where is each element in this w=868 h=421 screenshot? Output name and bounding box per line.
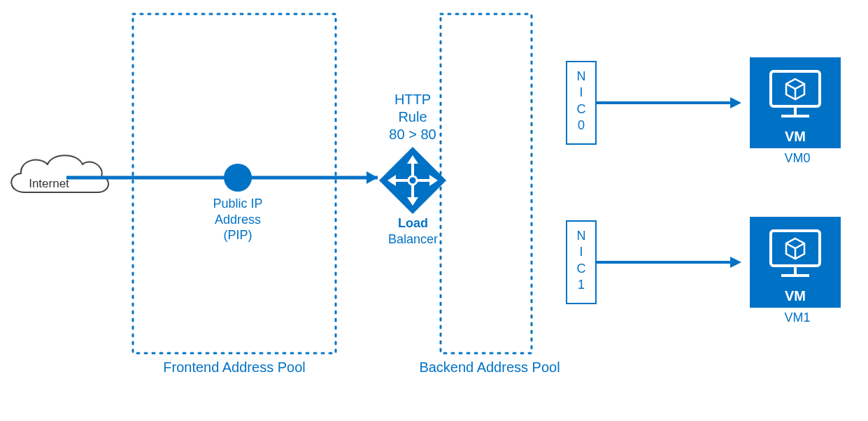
http-rule-line3: 80 > 80 <box>389 127 436 142</box>
lb-line2: Balancer <box>388 232 438 246</box>
public-ip-line1: Public IP <box>213 197 262 210</box>
public-ip-icon <box>224 164 252 192</box>
vm0-label: VM0 <box>776 151 818 166</box>
backend-pool-box <box>441 14 532 353</box>
vm0-icon: VM <box>750 57 841 148</box>
backend-pool-label: Backend Address Pool <box>413 359 567 376</box>
nic1-label: N I C 1 <box>567 228 596 294</box>
load-balancer-icon <box>379 147 446 214</box>
http-rule-label: HTTP Rule 80 > 80 <box>378 91 448 143</box>
vm1-label: VM1 <box>776 311 818 325</box>
public-ip-line2: Address <box>215 213 261 227</box>
http-rule-line1: HTTP <box>394 92 431 107</box>
svg-marker-0 <box>367 171 378 184</box>
public-ip-label: Public IP Address (PIP) <box>203 196 273 243</box>
architecture-diagram: VM VM <box>0 0 868 421</box>
public-ip-line3: (PIP) <box>223 228 252 242</box>
lb-line1: Load <box>398 216 428 230</box>
vm1-icon: VM <box>750 217 841 308</box>
svg-text:VM: VM <box>785 288 806 304</box>
svg-marker-11 <box>730 97 741 108</box>
frontend-pool-label: Frontend Address Pool <box>154 359 315 376</box>
http-rule-line2: Rule <box>398 109 427 124</box>
svg-text:VM: VM <box>785 129 806 144</box>
load-balancer-label: Load Balancer <box>383 215 443 247</box>
internet-label: Internet <box>21 177 77 191</box>
nic0-label: N I C 0 <box>567 69 596 134</box>
svg-marker-12 <box>730 257 741 268</box>
